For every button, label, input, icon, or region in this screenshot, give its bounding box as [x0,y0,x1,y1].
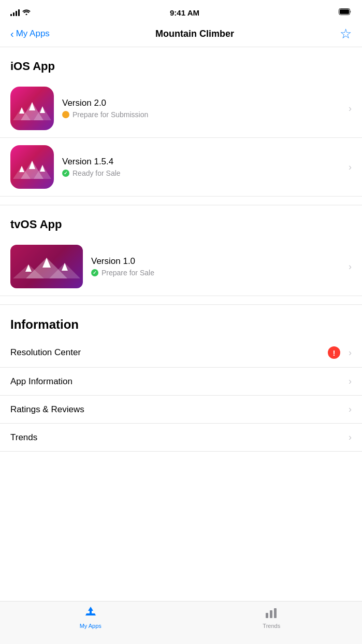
back-chevron-icon: ‹ [10,29,14,39]
ios-version-row-1[interactable]: Version 2.0 Prepare for Submission › [0,79,362,138]
signal-bars [10,9,20,16]
tab-bar: My Apps Trends [0,601,362,644]
chevron-right-icon-1: › [349,103,352,114]
trends-tab-label: Trends [263,623,280,629]
signal-bar-1 [10,14,12,16]
ios-status-text-1: Prepare for Submission [73,110,148,119]
trends-label: Trends [10,432,344,443]
ios-section-header: iOS App [0,47,362,79]
status-dot-green-1 [62,170,69,177]
chevron-right-icon-tv: › [349,261,352,272]
status-right [339,8,352,17]
trends-row[interactable]: Trends › [0,424,362,452]
information-section-header: Information [0,305,362,338]
status-dot-green-tv [91,269,98,276]
tvos-version-status-1: Prepare for Sale [91,269,344,277]
ios-version-row-2[interactable]: Version 1.5.4 Ready for Sale › [0,138,362,197]
signal-bar-4 [18,9,20,16]
resolution-center-right: ! › [328,346,352,359]
ios-version-status-1: Prepare for Submission [62,110,344,119]
back-label: My Apps [16,29,50,39]
ios-app-icon-2 [10,145,54,189]
battery-icon [339,8,352,17]
chevron-right-ratings: › [349,404,352,415]
app-information-right: › [344,376,352,387]
tvos-status-text-1: Prepare for Sale [102,269,154,277]
ios-icon-mountains-svg-2 [10,145,54,189]
tab-my-apps[interactable]: My Apps [0,606,181,629]
page-title: Mountain Climber [155,29,234,39]
chevron-right-icon-2: › [349,162,352,173]
trends-right: › [344,432,352,443]
ratings-reviews-right: › [344,404,352,415]
ios-version-info-1: Version 2.0 Prepare for Submission [62,98,344,119]
chevron-right-app-info: › [349,376,352,387]
tvos-version-row-1[interactable]: Version 1.0 Prepare for Sale › [0,237,362,296]
tvos-icon-mountains-svg [10,245,83,288]
svg-rect-1 [340,9,349,14]
ios-version-name-1: Version 2.0 [62,98,344,108]
status-left [10,8,31,17]
svg-rect-20 [266,613,268,618]
status-time: 9:41 AM [170,8,199,17]
tvos-section-header: tvOS App [0,205,362,237]
ratings-reviews-row[interactable]: Ratings & Reviews › [0,396,362,424]
wifi-icon [22,8,31,17]
resolution-center-label: Resolution Center [10,347,328,358]
tvos-version-name-1: Version 1.0 [91,256,344,267]
tvos-version-info-1: Version 1.0 Prepare for Sale [91,256,344,277]
ratings-reviews-label: Ratings & Reviews [10,404,344,415]
chevron-right-resolution: › [349,347,352,358]
main-content: iOS App Version 2.0 Prepare for Submissi… [0,47,362,503]
nav-bar: ‹ My Apps Mountain Climber ☆ [0,23,362,47]
favorite-star-button[interactable]: ☆ [340,27,352,40]
ios-status-text-2: Ready for Sale [73,169,121,177]
ios-version-name-2: Version 1.5.4 [62,157,344,167]
tvos-app-icon-1 [10,245,83,288]
alert-badge: ! [328,346,340,359]
resolution-center-row[interactable]: Resolution Center ! › [0,338,362,368]
ios-app-icon-1 [10,87,54,130]
status-bar: 9:41 AM [0,0,362,23]
signal-bar-2 [13,12,15,16]
ios-version-info-2: Version 1.5.4 Ready for Sale [62,157,344,177]
app-information-row[interactable]: App Information › [0,368,362,396]
my-apps-tab-label: My Apps [80,623,102,629]
app-information-label: App Information [10,376,344,387]
signal-bar-3 [16,11,17,16]
tab-trends[interactable]: Trends [181,606,363,629]
svg-rect-22 [274,608,277,618]
ios-icon-mountains-svg-1 [10,87,54,130]
ios-version-status-2: Ready for Sale [62,169,344,177]
back-button[interactable]: ‹ My Apps [10,29,50,39]
my-apps-tab-icon [84,606,97,621]
status-dot-yellow-1 [62,111,69,118]
trends-tab-icon [265,606,278,621]
chevron-right-trends: › [349,432,352,443]
svg-rect-21 [270,610,272,618]
